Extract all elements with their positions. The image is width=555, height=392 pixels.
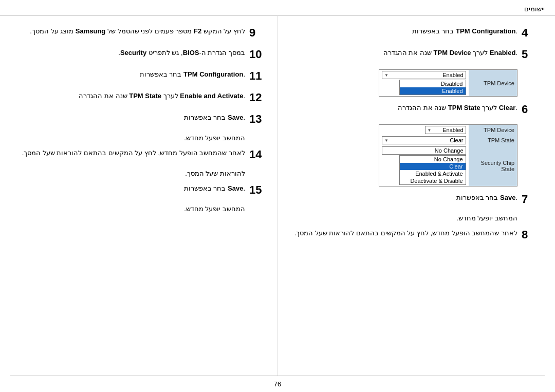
step-11-number: 11 [249, 69, 267, 83]
left-column: 9 לחץ על המקש F2 מספר פעמים לפני שהסמל ש… [0, 16, 278, 376]
main-content: 4 .TPM Configuration בחר באפשרות 5 .Enab… [0, 16, 555, 376]
security-chip-label: Security Chip State [469, 145, 517, 186]
bios-screenshot-2: TPM Device Enabled ▼ TPM State [288, 124, 540, 186]
step-10-number: 10 [249, 48, 267, 61]
step-15-sub: המחשב יופעל מחדש. [15, 205, 267, 213]
step-8-text: לאחר שהמחשב הופעל מחדש, לחץ על המקשים בה… [294, 228, 517, 238]
step-13-text: .Save בחר באפשרות [184, 113, 245, 123]
step-4-text: .TPM Configuration בחר באפשרות [412, 26, 517, 36]
bios-table-row-security-chip: Security Chip State No Change No Change … [379, 145, 517, 186]
step-8-number: 8 [522, 228, 540, 241]
step-14-text: לאחר שהמחשב הופעל מחדש, לחץ על המקשים בה… [22, 148, 245, 158]
bios-table-row-tpm-device: TPM Device Enabled ▼ [379, 125, 517, 136]
tpm-device-select[interactable]: Enabled ▼ [382, 71, 466, 79]
tpm-device-selected: Enabled [442, 72, 463, 78]
step-7: 7 .Save בחר באפשרות [288, 193, 540, 206]
opt-enabled-activate[interactable]: Enabled & Activate [400, 170, 466, 177]
security-chip-val-text: No Change [435, 147, 464, 154]
page-container: יישומים 4 .TPM Configuration בחר באפשרות… [0, 0, 555, 392]
step-9-text: לחץ על המקש F2 מספר פעמים לפני שהסמל של … [30, 26, 245, 36]
step-7-text: .Save בחר באפשרות [456, 193, 517, 203]
tpm-state-label: TPM State [469, 135, 517, 145]
dropdown-opt-enabled[interactable]: Enabled [400, 87, 466, 95]
security-chip-dropdown: No Change Clear Enabled & Activate Deact… [399, 155, 466, 185]
tpm-state-value: Clear ▼ [379, 135, 469, 145]
step-14: 14 לאחר שהמחשב הופעל מחדש, לחץ על המקשים… [15, 148, 267, 161]
opt-deactivate-disable[interactable]: Deactivate & Disable [400, 177, 466, 184]
bios-screenshot-1: TPM Device Enabled ▼ Disabled Enabled [288, 69, 540, 97]
step-13: 13 .Save בחר באפשרות [15, 113, 267, 126]
chevron-down-icon: ▼ [384, 73, 388, 78]
header-text: יישומים [524, 5, 545, 13]
tpm-device-value-2: Enabled ▼ [379, 125, 469, 136]
opt-no-change[interactable]: No Change [400, 156, 466, 163]
tpm-state-val-text: Clear [450, 137, 463, 143]
step-7-sub: המחשב יופעל מחדש. [288, 214, 540, 222]
step-10-text: במסך הגדרת ה-BIOS, גש לתפריט Security. [118, 48, 245, 58]
step-5: 5 .Enabled לערך TPM Device שנה את ההגדרה [288, 48, 540, 61]
step-15: 15 .Save בחר באפשרות [15, 183, 267, 197]
step-13-number: 13 [249, 113, 267, 126]
tpm-device-dropdown: Disabled Enabled [399, 80, 466, 95]
step-14-sub: להוראות שעל המסך. [15, 170, 267, 177]
step-4: 4 .TPM Configuration בחר באפשרות [288, 26, 540, 40]
step-12-text: .Enable and Activate לערך TPM State שנה … [79, 91, 245, 101]
step-9-number: 9 [249, 26, 267, 40]
bios-table-row-1: TPM Device Enabled ▼ Disabled Enabled [379, 70, 517, 97]
step-14-number: 14 [249, 148, 267, 161]
step-13-sub: המחשב יופעל מחדש. [15, 134, 267, 142]
step-15-text: .Save בחר באפשרות [184, 183, 245, 194]
step-9: 9 לחץ על המקש F2 מספר פעמים לפני שהסמל ש… [15, 26, 267, 40]
tpm-device-val-text: Enabled [442, 127, 463, 133]
dropdown-opt-disabled[interactable]: Disabled [400, 80, 466, 87]
step-6-text: .Clear לערך TPM State שנה את ההגדרה [398, 103, 517, 113]
opt-clear[interactable]: Clear [400, 163, 466, 170]
tpm-device-label-2: TPM Device [469, 125, 517, 136]
step-4-number: 4 [522, 26, 540, 40]
page-number: 76 [274, 380, 281, 388]
page-footer: 76 [0, 376, 555, 392]
step-11-text: .TPM Configuration בחר באפשרות [140, 69, 245, 80]
tpm-device-value: Enabled ▼ Disabled Enabled [379, 70, 469, 97]
step-5-number: 5 [522, 48, 540, 61]
tpm-state-select[interactable]: Clear ▼ [382, 136, 466, 144]
step-12: 12 .Enable and Activate לערך TPM State ש… [15, 91, 267, 104]
step-6-number: 6 [522, 103, 540, 116]
top-header: יישומים [0, 0, 555, 16]
bios-table-2: TPM Device Enabled ▼ TPM State [379, 124, 517, 186]
step-15-number: 15 [249, 183, 267, 197]
tpm-device-select-2[interactable]: Enabled ▼ [425, 126, 466, 134]
step-11: 11 .TPM Configuration בחר באפשרות [15, 69, 267, 83]
step-12-number: 12 [249, 91, 267, 104]
chevron-down-icon-3: ▼ [384, 138, 388, 143]
security-chip-value: No Change No Change Clear Enabled & Acti… [379, 145, 469, 186]
step-8: 8 לאחר שהמחשב הופעל מחדש, לחץ על המקשים … [288, 228, 540, 241]
step-7-number: 7 [522, 193, 540, 206]
step-10: 10 במסך הגדרת ה-BIOS, גש לתפריט Security… [15, 48, 267, 61]
step-5-text: .Enabled לערך TPM Device שנה את ההגדרה [383, 48, 517, 58]
chevron-down-icon-2: ▼ [428, 128, 432, 133]
step-6: 6 .Clear לערך TPM State שנה את ההגדרה [288, 103, 540, 116]
security-chip-select[interactable]: No Change [382, 146, 466, 155]
bios-table-row-tpm-state: TPM State Clear ▼ [379, 135, 517, 145]
tpm-device-label: TPM Device [469, 70, 517, 97]
right-column: 4 .TPM Configuration בחר באפשרות 5 .Enab… [278, 16, 555, 376]
bios-table-1: TPM Device Enabled ▼ Disabled Enabled [379, 69, 517, 97]
